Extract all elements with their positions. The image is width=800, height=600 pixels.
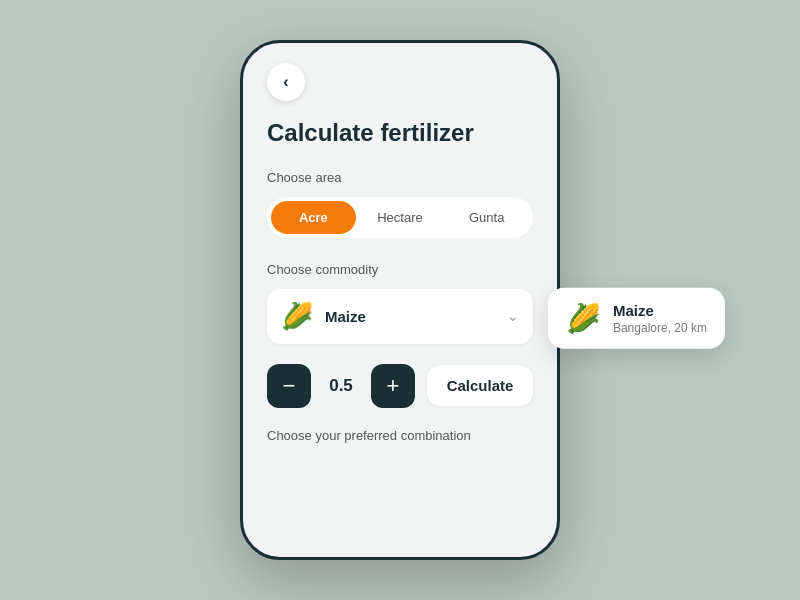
commodity-icon: 🌽 xyxy=(281,301,313,332)
back-button[interactable]: ‹ xyxy=(267,63,305,101)
area-tabs: Acre Hectare Gunta xyxy=(267,197,533,238)
decrement-button[interactable]: − xyxy=(267,364,311,408)
increment-button[interactable]: + xyxy=(371,364,415,408)
calculate-button[interactable]: Calculate xyxy=(427,365,533,406)
tooltip-card: 🌽 Maize Bangalore, 20 km xyxy=(548,288,725,349)
tooltip-content: Maize Bangalore, 20 km xyxy=(613,302,707,335)
phone-screen: ‹ Calculate fertilizer Choose area Acre … xyxy=(240,40,560,560)
page-title: Calculate fertilizer xyxy=(267,119,533,148)
tab-acre[interactable]: Acre xyxy=(271,201,356,234)
back-icon: ‹ xyxy=(283,73,288,91)
tooltip-name: Maize xyxy=(613,302,707,319)
chevron-down-icon: ⌄ xyxy=(507,308,519,324)
quantity-row: − 0.5 + Calculate xyxy=(267,364,533,408)
tab-hectare[interactable]: Hectare xyxy=(358,201,443,234)
commodity-dropdown[interactable]: 🌽 Maize ⌄ xyxy=(267,289,533,344)
commodity-name: Maize xyxy=(325,308,507,325)
tab-gunta[interactable]: Gunta xyxy=(444,201,529,234)
tooltip-location: Bangalore, 20 km xyxy=(613,321,707,335)
area-section-label: Choose area xyxy=(267,170,533,185)
combination-label: Choose your preferred combination xyxy=(267,428,533,443)
commodity-section-label: Choose commodity xyxy=(267,262,533,277)
tooltip-icon: 🌽 xyxy=(566,302,601,335)
quantity-value: 0.5 xyxy=(323,376,359,396)
phone-wrapper: ‹ Calculate fertilizer Choose area Acre … xyxy=(240,40,560,560)
